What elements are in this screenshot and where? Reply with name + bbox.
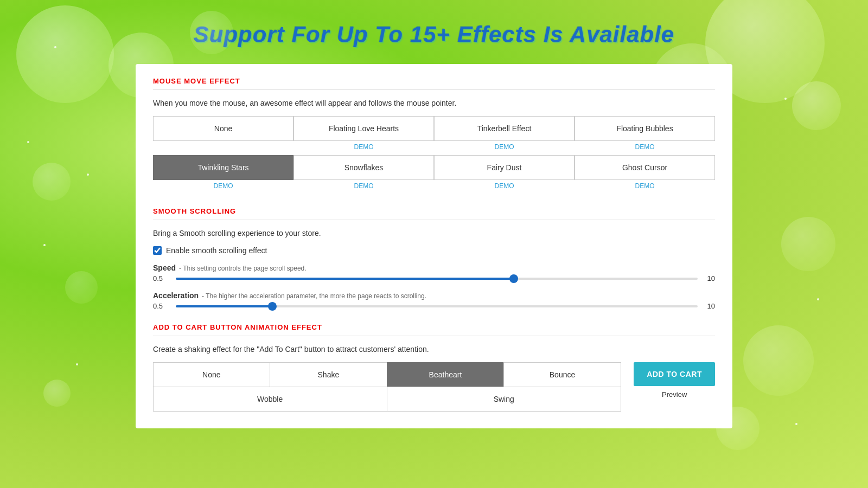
demo-link-floating-bubbles[interactable]: DEMO bbox=[635, 141, 655, 155]
accel-slider-row: 0.5 10 bbox=[153, 302, 715, 310]
accel-min-label: 0.5 bbox=[153, 302, 169, 310]
smooth-scrolling-title: SMOOTH SCROLLING bbox=[153, 207, 715, 215]
speed-slider-section: Speed - This setting controls the page s… bbox=[153, 264, 715, 282]
mouse-move-section-title: MOUSE MOVE EFFECT bbox=[153, 77, 715, 85]
accel-label: Acceleration bbox=[153, 291, 199, 300]
enable-smooth-scroll-checkbox[interactable] bbox=[153, 246, 162, 255]
effect-btn-snowflakes[interactable]: Snowflakes bbox=[293, 155, 434, 180]
effect-tinkerbell-wrap: Tinkerbell Effect DEMO bbox=[434, 116, 575, 155]
accel-label-row: Acceleration - The higher the accelerati… bbox=[153, 291, 715, 300]
section-divider-1 bbox=[153, 89, 715, 90]
effect-btn-none[interactable]: None bbox=[153, 116, 293, 141]
add-to-cart-button[interactable]: ADD TO CART bbox=[634, 362, 715, 386]
preview-label: Preview bbox=[662, 390, 687, 399]
main-panel: MOUSE MOVE EFFECT When you move the mous… bbox=[136, 64, 732, 428]
demo-link-floating-love-hearts[interactable]: DEMO bbox=[354, 141, 374, 155]
effect-btn-floating-bubbles[interactable]: Floating Bubbles bbox=[575, 116, 715, 141]
accel-slider-section: Acceleration - The higher the accelerati… bbox=[153, 291, 715, 310]
enable-smooth-scroll-row: Enable smooth scrolling effect bbox=[153, 246, 715, 255]
speed-max-label: 10 bbox=[704, 274, 715, 282]
mouse-effects-row1: None Floating Love Hearts DEMO Tinkerbel… bbox=[153, 116, 715, 155]
demo-link-tinkerbell[interactable]: DEMO bbox=[495, 141, 514, 155]
effect-btn-ghost-cursor[interactable]: Ghost Cursor bbox=[575, 155, 715, 180]
cart-buttons-area: None Shake Beatheart Bounce Wobble Swing bbox=[153, 362, 621, 411]
mouse-effects-row2: Twinkling Stars DEMO Snowflakes DEMO Fai… bbox=[153, 155, 715, 194]
accel-slider[interactable] bbox=[176, 305, 698, 307]
section-divider-3 bbox=[153, 336, 715, 336]
effect-floating-bubbles-wrap: Floating Bubbles DEMO bbox=[575, 116, 715, 155]
effect-snowflakes-wrap: Snowflakes DEMO bbox=[293, 155, 434, 194]
effect-btn-tinkerbell[interactable]: Tinkerbell Effect bbox=[434, 116, 575, 141]
cart-row1: None Shake Beatheart Bounce bbox=[153, 362, 621, 387]
demo-link-ghost-cursor[interactable]: DEMO bbox=[635, 180, 655, 194]
smooth-scrolling-section: SMOOTH SCROLLING Bring a Smooth scrollin… bbox=[153, 207, 715, 310]
speed-min-label: 0.5 bbox=[153, 274, 169, 282]
cart-btn-beatheart[interactable]: Beatheart bbox=[387, 362, 505, 387]
accel-desc: - The higher the acceleration parameter,… bbox=[202, 292, 426, 300]
effect-fairy-dust-wrap: Fairy Dust DEMO bbox=[434, 155, 575, 194]
cart-btn-bounce[interactable]: Bounce bbox=[503, 362, 621, 387]
effect-none-wrap: None bbox=[153, 116, 293, 155]
speed-slider-row: 0.5 10 bbox=[153, 274, 715, 282]
cart-row2: Wobble Swing bbox=[153, 387, 621, 411]
speed-slider[interactable] bbox=[176, 278, 698, 280]
enable-smooth-scroll-label: Enable smooth scrolling effect bbox=[166, 246, 267, 255]
demo-link-twinkling-stars[interactable]: DEMO bbox=[214, 180, 233, 194]
section-divider-2 bbox=[153, 220, 715, 220]
effect-btn-fairy-dust[interactable]: Fairy Dust bbox=[434, 155, 575, 180]
mouse-move-description: When you move the mouse, an awesome effe… bbox=[153, 99, 715, 107]
effect-floating-love-hearts-wrap: Floating Love Hearts DEMO bbox=[293, 116, 434, 155]
effect-twinkling-stars-wrap: Twinkling Stars DEMO bbox=[153, 155, 293, 194]
demo-link-fairy-dust[interactable]: DEMO bbox=[495, 180, 514, 194]
effect-ghost-cursor-wrap: Ghost Cursor DEMO bbox=[575, 155, 715, 194]
cart-btn-wobble[interactable]: Wobble bbox=[153, 387, 387, 412]
speed-label-row: Speed - This setting controls the page s… bbox=[153, 264, 715, 272]
accel-max-label: 10 bbox=[704, 302, 715, 310]
effect-btn-floating-love-hearts[interactable]: Floating Love Hearts bbox=[293, 116, 434, 141]
cart-section-title: ADD TO CART BUTTON ANIMATION EFFECT bbox=[153, 323, 715, 331]
smooth-scrolling-description: Bring a Smooth scrolling experience to y… bbox=[153, 229, 715, 237]
speed-desc: - This setting controls the page scroll … bbox=[179, 265, 307, 272]
speed-label: Speed bbox=[153, 264, 176, 272]
demo-link-snowflakes[interactable]: DEMO bbox=[354, 180, 374, 194]
cart-section: ADD TO CART BUTTON ANIMATION EFFECT Crea… bbox=[153, 323, 715, 411]
cart-btn-none[interactable]: None bbox=[153, 362, 271, 387]
cart-preview-col: ADD TO CART Preview bbox=[621, 362, 715, 399]
cart-description: Create a shaking effect for the "Add To … bbox=[153, 345, 715, 354]
effect-btn-twinkling-stars[interactable]: Twinkling Stars bbox=[153, 155, 293, 180]
page-title: Support For Up To 15+ Effects Is Availab… bbox=[0, 0, 868, 64]
cart-btn-shake[interactable]: Shake bbox=[270, 362, 387, 387]
cart-and-preview: None Shake Beatheart Bounce Wobble Swing… bbox=[153, 362, 715, 411]
cart-btn-swing[interactable]: Swing bbox=[387, 387, 621, 412]
